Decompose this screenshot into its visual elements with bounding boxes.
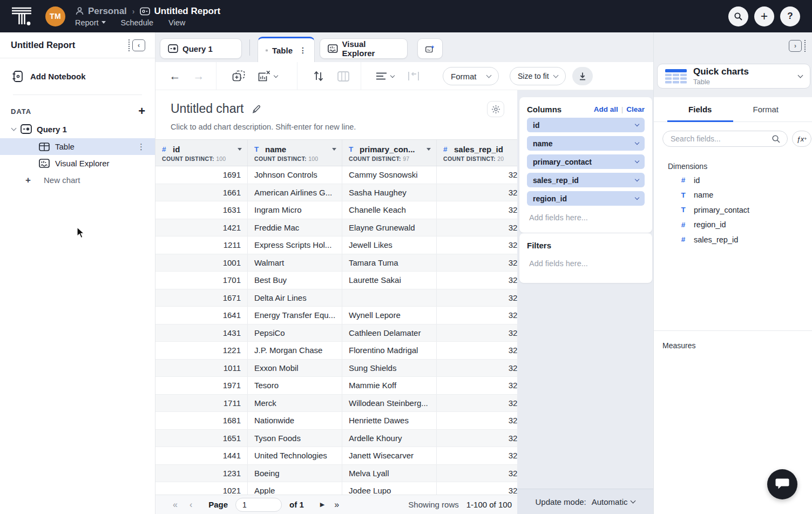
column-header-name[interactable]: T name COUNT DISTINCT: 100 <box>248 140 342 166</box>
tab-fields[interactable]: Fields <box>667 97 733 121</box>
freeze-columns-button[interactable] <box>333 62 354 90</box>
column-pill[interactable]: region_id <box>527 191 645 206</box>
chart-settings-button[interactable] <box>487 101 504 117</box>
column-pill[interactable]: sales_rep_id <box>527 173 645 187</box>
help-button[interactable]: ? <box>780 6 800 26</box>
copy-chart-button[interactable] <box>228 62 249 90</box>
table-row[interactable]: 1221 J.P. Morgan Chase Florentino Madrig… <box>155 342 517 360</box>
toolbar-divider <box>216 62 216 90</box>
sidebar-item-label: New chart <box>44 175 80 185</box>
sort-button[interactable] <box>308 62 329 90</box>
table-row[interactable]: 1661 American Airlines G... Sasha Haughe… <box>155 184 517 202</box>
tab-query-1[interactable]: Query 1 <box>160 38 242 59</box>
column-dropdown-icon[interactable] <box>427 148 431 151</box>
column-header-sales-rep-id[interactable]: # sales_rep_id COUNT DISTINCT: 20 <box>437 140 517 166</box>
cell-name: American Airlines G... <box>248 184 342 201</box>
tab-format[interactable]: Format <box>733 97 799 121</box>
tab-visual-explorer[interactable]: Visual Explorer <box>320 38 408 59</box>
add-all-link[interactable]: Add all <box>594 105 618 113</box>
table-row[interactable]: 1431 PepsiCo Cathleen Delamater 3215 <box>155 324 517 342</box>
table-row[interactable]: 1021 Apple Jodee Lupo 3215 <box>155 482 517 495</box>
table-row[interactable]: 1711 Merck Willodean Steinberg... 3215 <box>155 395 517 412</box>
clear-link[interactable]: Clear <box>626 105 645 113</box>
table-row[interactable]: 1421 Freddie Mac Elayne Grunewald 3215 <box>155 219 517 237</box>
sidebar-item-table[interactable]: Table ⋮ <box>0 138 155 155</box>
add-notebook-button[interactable]: Add Notebook <box>0 58 155 83</box>
previous-page-button[interactable]: ‹ <box>190 500 192 510</box>
help-chat-button[interactable] <box>767 469 797 499</box>
column-dropdown-icon[interactable] <box>238 148 242 151</box>
column-dropdown-icon[interactable] <box>332 148 336 151</box>
table-row[interactable]: 1671 Delta Air Lines 3215 <box>155 289 517 307</box>
table-icon <box>266 46 268 55</box>
search-fields-input[interactable] <box>662 131 788 147</box>
wrap-text-button[interactable] <box>403 62 424 90</box>
table-row[interactable]: 1001 Walmart Tamara Tuma 3215 <box>155 254 517 272</box>
breadcrumb-workspace[interactable]: Personal <box>88 6 127 17</box>
sidebar-query-row[interactable]: Query 1 <box>0 116 155 138</box>
table-row[interactable]: 1631 Ingram Micro Chanelle Keach 3215 <box>155 201 517 219</box>
breadcrumb-report[interactable]: Untitled Report <box>154 6 220 17</box>
menu-schedule[interactable]: Schedule <box>121 18 153 27</box>
last-page-button[interactable]: » <box>334 500 339 510</box>
column-header-id[interactable]: # id COUNT DISTINCT: 100 <box>155 140 248 166</box>
column-pill[interactable]: primary_contact <box>527 154 645 169</box>
chart-title[interactable]: Untitled chart <box>171 102 244 116</box>
column-header-primary-contact[interactable]: T primary_con... COUNT DISTINCT: 97 <box>342 140 437 166</box>
quick-charts-selector[interactable]: Quick charts Table <box>657 64 810 89</box>
remove-chart-icon <box>258 70 270 82</box>
app-logo-icon <box>11 6 32 26</box>
text-align-button[interactable] <box>370 62 400 90</box>
table-row[interactable]: 1641 Energy Transfer Equ... Wynell Lepor… <box>155 307 517 324</box>
undo-button[interactable]: ← <box>165 62 185 90</box>
format-dropdown[interactable]: Format <box>443 67 499 85</box>
tab-menu-icon[interactable]: ⋮ <box>299 46 307 55</box>
table-row[interactable]: 1691 Johnson Controls Cammy Sosnowski 32… <box>155 166 517 184</box>
tab-table[interactable]: Table ⋮ <box>258 37 315 62</box>
item-menu-icon[interactable]: ⋮ <box>137 142 145 152</box>
table-row[interactable]: 1971 Tesoro Mammie Koff 3215 <box>155 377 517 395</box>
field-item[interactable]: # id <box>654 173 812 188</box>
table-header-row: # id COUNT DISTINCT: 100 T name COUNT DI… <box>155 139 517 166</box>
next-page-button[interactable]: ▶ <box>320 501 324 508</box>
new-chart-tab-button[interactable] <box>417 38 443 59</box>
field-item[interactable]: # sales_rep_id <box>654 232 812 247</box>
sidebar-collapse-button[interactable]: ‹ <box>128 39 145 51</box>
cell-primary-contact: Laurette Sakai <box>342 272 437 289</box>
field-item[interactable]: # region_id <box>654 218 812 233</box>
cell-sales-rep-id: 3215 <box>437 254 517 272</box>
add-formula-button[interactable]: ƒx+ <box>792 131 811 147</box>
app-logo[interactable] <box>11 6 32 26</box>
size-to-fit-dropdown[interactable]: Size to fit <box>510 67 566 85</box>
column-pill[interactable]: name <box>527 136 645 151</box>
sidebar-item-new-chart[interactable]: + New chart <box>0 172 155 188</box>
chart-description-placeholder[interactable]: Click to add chart description. Shift-en… <box>171 123 356 131</box>
add-data-button[interactable]: + <box>138 107 145 116</box>
table-row[interactable]: 1211 Express Scripts Hol... Jewell Likes… <box>155 236 517 254</box>
edit-pencil-icon[interactable] <box>252 104 261 114</box>
update-mode-dropdown[interactable]: Automatic <box>592 497 635 506</box>
menu-report[interactable]: Report <box>75 18 99 27</box>
table-row[interactable]: 1681 Nationwide Henriette Dawes 3215 <box>155 412 517 430</box>
table-row[interactable]: 1651 Tyson Foods Ardelle Khoury 3215 <box>155 430 517 448</box>
right-panel-collapse-button[interactable]: › <box>789 40 806 52</box>
field-item[interactable]: T primary_contact <box>654 202 812 218</box>
menu-view[interactable]: View <box>168 18 185 27</box>
page-number-input[interactable] <box>235 498 282 512</box>
add-filters-placeholder[interactable]: Add fields here... <box>529 259 645 268</box>
table-row[interactable]: 1701 Best Buy Laurette Sakai 3215 <box>155 272 517 289</box>
first-page-button[interactable]: « <box>173 500 178 510</box>
avatar[interactable]: TM <box>45 6 65 26</box>
add-fields-placeholder[interactable]: Add fields here... <box>529 213 645 222</box>
column-pill[interactable]: id <box>527 118 645 132</box>
sidebar-item-visual-explorer[interactable]: Visual Explorer <box>0 155 155 172</box>
download-button[interactable] <box>572 67 593 85</box>
add-button[interactable]: + <box>754 6 774 26</box>
table-row[interactable]: 1231 Boeing Melva Lyall 3215 <box>155 465 517 483</box>
delete-chart-button[interactable] <box>254 62 282 90</box>
field-item[interactable]: T name <box>654 188 812 203</box>
search-button[interactable] <box>728 6 748 26</box>
table-row[interactable]: 1441 United Technologies Janett Wisecarv… <box>155 447 517 465</box>
table-row[interactable]: 1011 Exxon Mobil Sung Shields 3215 <box>155 360 517 377</box>
redo-button[interactable]: → <box>189 62 208 90</box>
